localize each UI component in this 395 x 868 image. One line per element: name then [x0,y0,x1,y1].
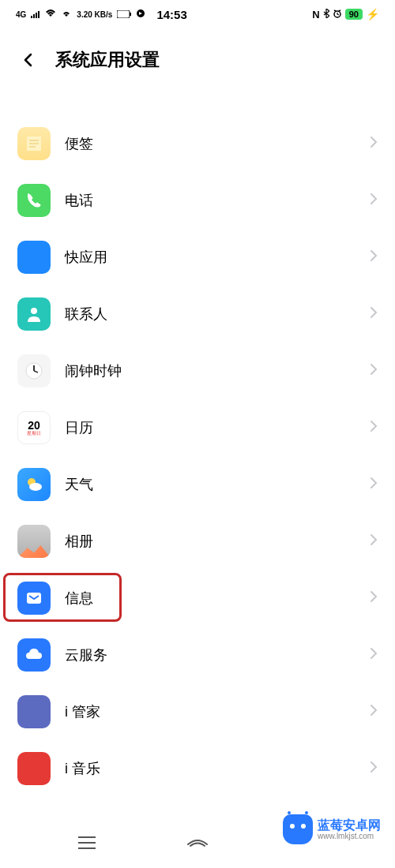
chevron-right-icon [370,533,378,549]
status-bar: 4G 3.20 KB/s 14:53 N 90 ⚡ [0,0,395,28]
signal-icon [31,9,40,21]
app-item-quickapp[interactable]: 快应用 [0,229,395,286]
app-list: 便签电话快应用联系人闹钟时钟20星期日日历天气相册信息云服务i 管家i 音乐 [0,92,395,797]
chevron-right-icon [370,647,378,663]
wifi-icon [45,9,56,21]
status-time: 14:53 [156,8,186,21]
back-button[interactable] [14,46,43,74]
app-label: 天气 [65,475,370,494]
app-label: i 音乐 [65,759,370,778]
status-left: 4G 3.20 KB/s 14:53 [16,8,187,21]
wifi-secondary-icon [61,9,72,21]
chevron-right-icon [370,193,378,208]
app-item-gallery[interactable]: 相册 [0,513,395,570]
watermark-url: www.lmkjst.com [318,832,381,840]
svg-rect-2 [36,13,37,18]
sync-icon [136,9,145,21]
status-right: N 90 ⚡ [312,8,379,21]
app-item-calendar[interactable]: 20星期日日历 [0,399,395,456]
watermark: 蓝莓安卓网 www.lmkjst.com [283,814,381,844]
battery-percent-badge: 90 [345,9,363,20]
app-label: 闹钟时钟 [65,361,370,380]
gallery-icon [17,525,51,558]
app-label: 相册 [65,532,370,551]
chevron-right-icon [370,136,378,152]
app-item-cloud[interactable]: 云服务 [0,627,395,683]
nfc-icon: N [312,9,319,21]
cloud-icon [17,638,51,672]
page-title: 系统应用设置 [55,48,160,72]
svg-rect-1 [33,14,35,18]
svg-rect-4 [117,10,130,18]
charging-icon: ⚡ [366,8,379,21]
battery-ind-icon [117,9,131,21]
calendar-icon: 20星期日 [17,411,51,444]
app-label: 联系人 [65,305,370,324]
app-label: 云服务 [65,645,370,664]
app-label: 便签 [65,134,370,153]
imusic-icon [17,752,51,785]
back-arrow-icon [21,52,36,68]
nav-menu-button[interactable] [71,827,103,859]
imanager-icon [17,695,51,728]
clock-icon [17,354,51,387]
app-item-contacts[interactable]: 联系人 [0,286,395,342]
menu-icon [77,835,97,851]
app-label: i 管家 [65,702,370,721]
watermark-mascot-icon [283,814,313,844]
bluetooth-icon [323,9,329,21]
chevron-right-icon [370,363,378,379]
chevron-right-icon [370,761,378,776]
alarm-icon [333,9,342,21]
net-speed-indicator: 3.20 KB/s [77,10,112,19]
app-item-weather[interactable]: 天气 [0,456,395,513]
quickapp-icon [17,241,51,274]
app-label: 日历 [65,418,370,437]
phone-icon [17,184,51,217]
chevron-right-icon [370,306,378,322]
notes-icon [17,127,51,160]
app-item-imusic[interactable]: i 音乐 [0,740,395,797]
nav-home-button[interactable] [182,827,213,859]
app-item-clock[interactable]: 闹钟时钟 [0,342,395,399]
svg-rect-3 [38,11,40,18]
svg-point-12 [31,308,37,314]
page-header: 系统应用设置 [0,28,395,92]
app-label: 信息 [65,589,370,608]
chevron-right-icon [370,590,378,606]
chevron-right-icon [370,477,378,492]
app-item-notes[interactable]: 便签 [0,115,395,172]
svg-rect-5 [130,13,131,16]
chevron-right-icon [370,704,378,720]
home-icon [186,835,209,851]
messages-icon [17,582,51,615]
contacts-icon [17,297,51,331]
app-item-imanager[interactable]: i 管家 [0,683,395,740]
app-item-phone[interactable]: 电话 [0,172,395,229]
watermark-title: 蓝莓安卓网 [318,818,381,832]
network-4g-icon: 4G [16,10,26,19]
svg-rect-0 [31,16,32,18]
svg-point-17 [29,483,42,491]
weather-icon [17,468,51,501]
app-label: 电话 [65,191,370,210]
app-label: 快应用 [65,248,370,267]
chevron-right-icon [370,249,378,265]
chevron-right-icon [370,420,378,436]
app-item-messages[interactable]: 信息 [0,570,395,627]
